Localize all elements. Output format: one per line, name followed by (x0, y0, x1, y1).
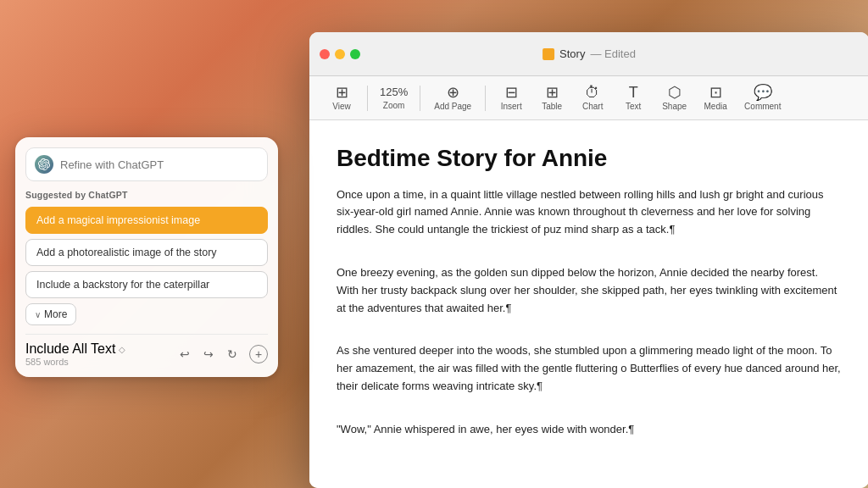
redo-button[interactable]: ↪ (202, 346, 215, 363)
word-count: 585 words (25, 357, 125, 367)
insert-icon: ⊟ (505, 85, 518, 100)
suggestion-item-1[interactable]: Add a photorealistic image of the story (25, 239, 268, 266)
toolbar-shape[interactable]: ⬡ Shape (655, 81, 693, 114)
include-label: Include All Text (25, 341, 115, 357)
arrows-icon: ◇ (119, 345, 125, 354)
comment-label: Comment (744, 102, 781, 111)
toolbar-chart[interactable]: ⏱ Chart (574, 81, 611, 114)
view-icon: ⊞ (336, 85, 348, 100)
suggested-label: Suggested by ChatGPT (25, 190, 268, 200)
add-page-label: Add Page (434, 102, 471, 111)
window-title: Story (559, 47, 585, 60)
media-icon: ⊡ (709, 85, 722, 100)
undo-button[interactable]: ↩ (178, 346, 192, 363)
toolbar-media[interactable]: ⊡ Media (697, 81, 734, 114)
toolbar-divider-1 (367, 86, 368, 111)
minimize-button[interactable] (335, 49, 345, 59)
text-icon: T (629, 85, 638, 100)
toolbar-divider-3 (485, 86, 486, 111)
suggestion-item-2[interactable]: Include a backstory for the caterpillar (25, 271, 268, 298)
text-label: Text (626, 102, 641, 111)
suggestion-item-0[interactable]: Add a magical impressionist image (25, 207, 268, 234)
zoom-label: Zoom (383, 101, 405, 110)
refresh-button[interactable]: ↻ (225, 346, 239, 363)
add-page-icon: ⊕ (447, 85, 459, 100)
shape-icon: ⬡ (668, 85, 682, 100)
window-title-area: Story — Edited (542, 47, 636, 60)
doc-paragraph: Once upon a time, in a quaint little vil… (337, 186, 842, 239)
refine-input[interactable] (60, 158, 259, 171)
doc-paragraph: "Wow," Annie whispered in awe, her eyes … (337, 421, 842, 439)
close-button[interactable] (320, 49, 330, 59)
toolbar-divider-2 (420, 86, 420, 111)
chart-icon: ⏱ (585, 85, 600, 100)
more-label: More (44, 308, 67, 320)
doc-empty-paragraph (337, 246, 842, 258)
add-button[interactable]: + (249, 345, 268, 363)
comment-icon: 💬 (754, 85, 772, 100)
toolbar: ⊞ View 125% Zoom ⊕ Add Page ⊟ Insert ⊞ T… (309, 76, 868, 120)
shape-label: Shape (662, 102, 687, 111)
toolbar-zoom[interactable]: 125% Zoom (375, 83, 413, 114)
title-bar: Story — Edited (309, 32, 868, 76)
chatgpt-panel: Suggested by ChatGPT Add a magical impre… (15, 137, 278, 377)
suggestions-list: Add a magical impressionist image Add a … (25, 207, 268, 298)
zoom-value-display: 125% (380, 86, 408, 97)
doc-empty-paragraph (337, 446, 842, 458)
document-icon (542, 48, 554, 60)
refine-input-wrapper[interactable] (25, 147, 268, 181)
document-content: Bedtime Story for Annie Once upon a time… (309, 120, 868, 488)
insert-label: Insert (501, 102, 522, 111)
chatgpt-logo (35, 155, 53, 174)
toolbar-view[interactable]: ⊞ View (323, 81, 360, 114)
document-title: Bedtime Story for Annie (337, 144, 842, 173)
toolbar-insert[interactable]: ⊟ Insert (492, 81, 530, 114)
toolbar-add-page[interactable]: ⊕ Add Page (427, 81, 478, 114)
footer-left-area: Include All Text ◇ 585 words (25, 341, 125, 367)
pages-window: Story — Edited ⊞ View 125% Zoom ⊕ Add Pa… (309, 32, 868, 488)
more-chevron-icon: ∨ (35, 310, 41, 319)
include-text-row: Include All Text ◇ (25, 341, 125, 357)
panel-footer: Include All Text ◇ 585 words ↩ ↪ ↻ + (25, 334, 268, 367)
chart-label: Chart (582, 102, 603, 111)
toolbar-table[interactable]: ⊞ Table (533, 81, 570, 114)
doc-paragraph: One breezy evening, as the golden sun di… (337, 264, 842, 317)
toolbar-text[interactable]: T Text (615, 81, 652, 114)
window-edited-status: — Edited (590, 47, 635, 60)
document-body: Once upon a time, in a quaint little vil… (337, 186, 842, 458)
doc-empty-paragraph (337, 324, 842, 336)
footer-actions: ↩ ↪ ↻ + (178, 345, 268, 363)
more-button[interactable]: ∨ More (25, 303, 76, 325)
doc-empty-paragraph (337, 402, 842, 414)
maximize-button[interactable] (350, 49, 360, 59)
table-icon: ⊞ (546, 85, 559, 100)
doc-paragraph: As she ventured deeper into the woods, s… (337, 342, 842, 395)
media-label: Media (704, 102, 726, 111)
traffic-lights (320, 49, 360, 59)
view-label: View (332, 102, 351, 111)
toolbar-comment[interactable]: 💬 Comment (737, 81, 787, 114)
table-label: Table (542, 102, 562, 111)
